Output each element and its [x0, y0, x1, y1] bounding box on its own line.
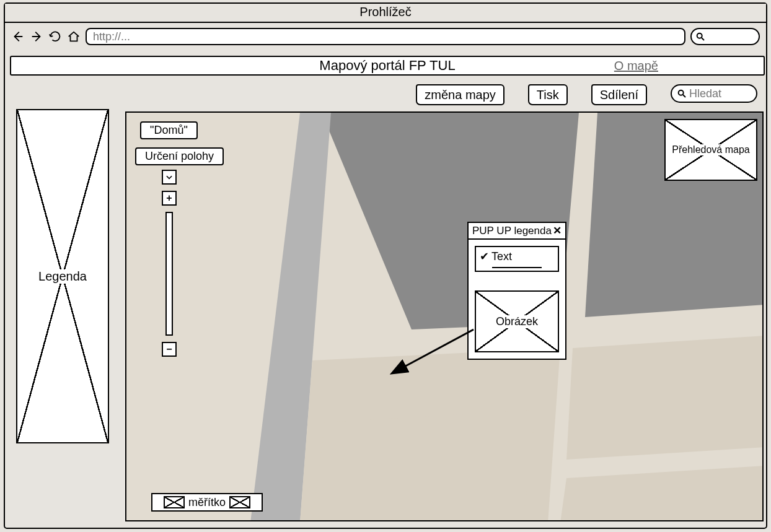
url-input[interactable]	[86, 28, 685, 45]
svg-marker-7	[560, 466, 764, 521]
reload-icon[interactable]	[48, 30, 62, 43]
svg-line-10	[393, 329, 474, 373]
scale-label: měřítko	[188, 496, 226, 509]
popup-image-label: Obrázek	[492, 315, 542, 328]
scale-left-placeholder	[164, 496, 185, 508]
zoom-out-button[interactable]: −	[162, 342, 177, 357]
page-title: Mapový portál FP TUL	[319, 58, 455, 74]
search-icon	[677, 89, 687, 98]
check-icon: ✔	[480, 250, 489, 263]
search-icon	[695, 32, 705, 41]
about-link[interactable]: O mapě	[614, 59, 658, 73]
back-icon[interactable]	[11, 30, 25, 43]
overview-map[interactable]: Přehledová mapa	[664, 119, 757, 181]
popup-pointer-arrow	[381, 323, 492, 385]
map-search-box[interactable]	[671, 84, 757, 103]
change-map-button[interactable]: změna mapy	[416, 84, 504, 105]
popup-text-item[interactable]: ✔ Text	[475, 246, 559, 272]
popup-text-underline	[492, 267, 542, 268]
svg-point-0	[697, 33, 702, 38]
browser-window: Prohlížeč Mapový portál FP TUL O mapě zm…	[4, 2, 767, 529]
browser-search-box[interactable]	[690, 28, 760, 45]
toolbar: změna mapy Tisk Sdílení	[10, 84, 765, 105]
map-canvas[interactable]: "Domů" Určení polohy + − Přehledová mapa…	[125, 111, 764, 521]
browser-nav-row	[5, 23, 766, 50]
share-button[interactable]: Sdílení	[591, 84, 647, 105]
scale-bar: měřítko	[151, 493, 263, 512]
geolocate-button[interactable]: Určení polohy	[135, 147, 224, 165]
map-search-input[interactable]	[689, 87, 745, 100]
app-header: Mapový portál FP TUL O mapě	[10, 56, 765, 76]
chevron-down-icon[interactable]	[162, 170, 177, 185]
forward-icon[interactable]	[30, 30, 43, 43]
svg-marker-8	[312, 410, 535, 521]
svg-point-1	[679, 90, 684, 95]
legend-label: Legenda	[35, 269, 90, 284]
zoom-in-button[interactable]: +	[162, 191, 177, 206]
popup-header: PUP UP legenda ✕	[469, 223, 565, 240]
svg-marker-6	[566, 336, 764, 460]
zoom-slider-track[interactable]	[165, 212, 173, 336]
home-icon[interactable]	[67, 30, 81, 43]
legend-panel: Legenda	[16, 109, 109, 443]
print-button[interactable]: Tisk	[528, 84, 568, 105]
window-title: Prohlížeč	[5, 4, 766, 23]
popup-title: PUP UP legenda	[472, 225, 552, 237]
popup-text-label: Text	[491, 250, 512, 263]
close-icon[interactable]: ✕	[553, 224, 562, 237]
zoom-control: + −	[161, 170, 178, 357]
overview-map-label: Přehledová mapa	[668, 144, 753, 155]
home-button[interactable]: "Domů"	[140, 121, 198, 139]
scale-right-placeholder	[229, 496, 250, 508]
